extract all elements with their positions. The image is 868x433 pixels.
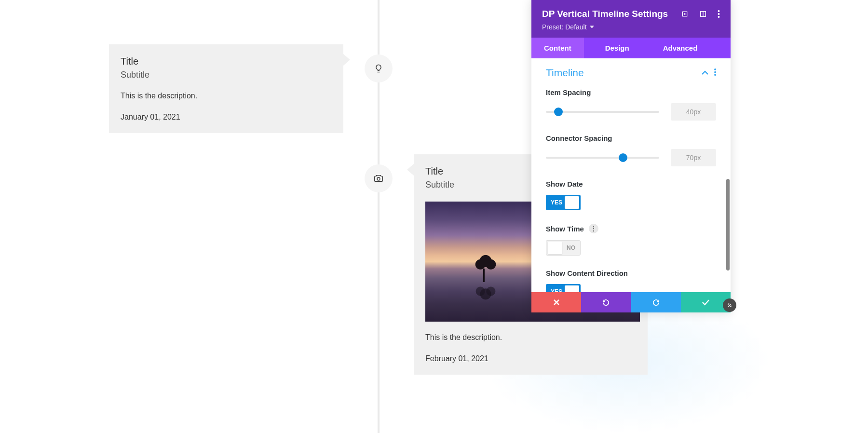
section-header[interactable]: Timeline: [546, 67, 716, 79]
preset-dropdown[interactable]: Preset: Default: [542, 23, 720, 31]
svg-point-7: [718, 16, 720, 18]
show-content-direction-toggle[interactable]: YES: [546, 284, 581, 292]
chevron-down-icon: [590, 26, 594, 28]
setting-label: Show Content Direction: [546, 269, 716, 277]
slider-thumb[interactable]: [554, 108, 563, 116]
redo-button[interactable]: [631, 292, 681, 312]
preset-label: Preset: Default: [542, 23, 587, 31]
timeline-item-description: This is the description.: [425, 333, 636, 342]
timeline-item-subtitle: Subtitle: [121, 70, 332, 80]
tab-design[interactable]: Design: [593, 38, 642, 58]
item-spacing-input[interactable]: [671, 103, 716, 121]
toggle-knob: [548, 242, 562, 254]
slider-thumb[interactable]: [619, 153, 627, 162]
resize-handle[interactable]: [723, 298, 736, 312]
timeline-node-icon-2[interactable]: [365, 164, 393, 192]
setting-connector-spacing: Connector Spacing: [546, 134, 716, 166]
panel-title: DP Vertical Timeline Settings: [542, 9, 668, 19]
lightbulb-icon: [374, 64, 383, 73]
panel-tabs: Content Design Advanced: [531, 38, 731, 58]
timeline-item-date: February 01, 2021: [425, 354, 636, 363]
layout-grid-icon[interactable]: [699, 10, 707, 18]
svg-point-8: [714, 68, 716, 70]
setting-label: Item Spacing: [546, 88, 716, 96]
tab-advanced[interactable]: Advanced: [651, 38, 710, 58]
svg-point-9: [714, 71, 716, 73]
camera-icon: [373, 173, 384, 184]
close-icon: [553, 299, 560, 306]
setting-label: Show Time ⋮: [546, 224, 716, 233]
cancel-button[interactable]: [531, 292, 581, 312]
svg-point-5: [718, 10, 720, 12]
setting-show-date: Show Date YES: [546, 180, 716, 210]
settings-panel: DP Vertical Timeline Settings Preset: De…: [531, 0, 731, 312]
toggle-value: YES: [551, 288, 562, 292]
toggle-value: YES: [551, 199, 562, 206]
timeline-item-description: This is the description.: [121, 92, 332, 100]
undo-button[interactable]: [581, 292, 631, 312]
timeline-item-title: Title: [121, 56, 332, 67]
item-spacing-slider[interactable]: [546, 111, 659, 113]
setting-show-content-direction: Show Content Direction YES: [546, 269, 716, 292]
collapse-section-icon[interactable]: [702, 68, 708, 77]
section-title: Timeline: [546, 67, 584, 79]
connector-spacing-input[interactable]: [671, 149, 716, 166]
direction-arrow-icon: [407, 164, 414, 176]
show-date-toggle[interactable]: YES: [546, 195, 581, 210]
redo-icon: [652, 298, 660, 307]
toggle-knob: [565, 196, 579, 209]
setting-label-text: Show Time: [546, 225, 584, 233]
panel-scrollbar[interactable]: [726, 179, 730, 271]
direction-arrow-icon: [343, 54, 350, 66]
timeline-preview: Title Subtitle This is the description. …: [0, 0, 868, 433]
panel-body: Timeline Item Spacing Connector Spacing: [531, 58, 731, 292]
resize-icon: [726, 302, 733, 309]
undo-icon: [602, 298, 610, 307]
timeline-item-1[interactable]: Title Subtitle This is the description. …: [109, 44, 343, 133]
tab-content[interactable]: Content: [531, 38, 584, 58]
setting-show-time: Show Time ⋮ NO: [546, 224, 716, 256]
timeline-item-date: January 01, 2021: [121, 113, 332, 122]
svg-point-0: [377, 177, 380, 180]
setting-item-spacing: Item Spacing: [546, 88, 716, 121]
toggle-value: NO: [567, 244, 575, 251]
setting-label: Connector Spacing: [546, 134, 716, 142]
toggle-knob: [565, 285, 579, 292]
panel-footer: [531, 292, 731, 312]
expand-icon[interactable]: [681, 10, 689, 18]
timeline-node-icon-1[interactable]: [365, 54, 393, 82]
panel-header[interactable]: DP Vertical Timeline Settings Preset: De…: [531, 0, 731, 38]
section-options-icon[interactable]: [714, 68, 716, 78]
connector-spacing-slider[interactable]: [546, 157, 659, 159]
svg-point-2: [684, 14, 685, 14]
svg-point-10: [714, 74, 716, 76]
setting-label: Show Date: [546, 180, 716, 188]
field-options-icon[interactable]: ⋮: [589, 224, 598, 233]
svg-point-6: [718, 13, 720, 15]
show-time-toggle[interactable]: NO: [546, 240, 581, 256]
more-options-icon[interactable]: [718, 10, 720, 18]
check-icon: [702, 299, 710, 306]
